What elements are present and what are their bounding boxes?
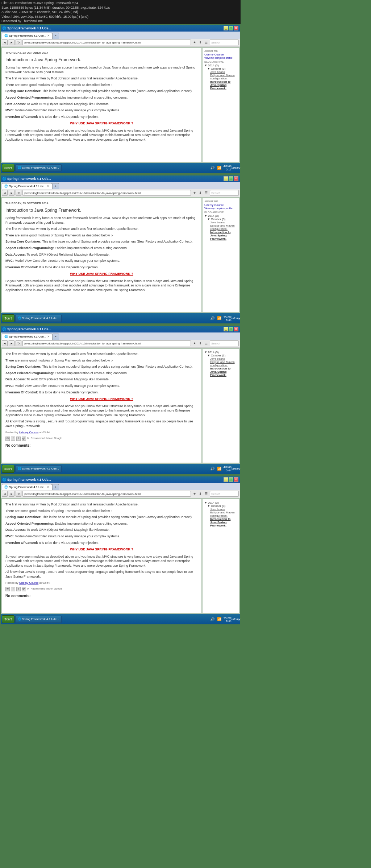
forward-btn-1[interactable]: ►: [9, 40, 14, 45]
new-tab-btn-4[interactable]: +: [52, 484, 59, 490]
sidebar-post-2-2[interactable]: Introduction to Java Spring Framework.: [204, 231, 237, 240]
url-bar-3[interactable]: javaspringframeworktutorial.blogspot.in/…: [22, 340, 191, 346]
taskbar-right-4: 🔊 📶 4/7/68 5:44 udemy: [209, 616, 239, 623]
back-btn-1[interactable]: ◄: [2, 40, 8, 45]
maximize-btn-3[interactable]: □: [229, 327, 233, 331]
start-btn-3[interactable]: Start: [2, 465, 14, 473]
back-btn-3[interactable]: ◄: [2, 340, 8, 346]
minimize-btn-2[interactable]: _: [224, 176, 228, 181]
tab-close-1[interactable]: ✕: [47, 34, 50, 37]
download-icon-2[interactable]: ⬇: [198, 190, 203, 195]
tab-close-3[interactable]: ✕: [47, 335, 50, 338]
back-btn-4[interactable]: ◄: [2, 491, 8, 497]
start-btn-2[interactable]: Start: [2, 314, 14, 322]
taskbar-app-btn-4[interactable]: 🌐 Spring Framework 4.1 Ude...: [15, 616, 62, 623]
mail-share-3[interactable]: ✉: [5, 437, 10, 441]
sidebar-post-3-0[interactable]: Java beans: [204, 357, 237, 360]
new-tab-btn-1[interactable]: +: [52, 33, 59, 39]
sidebar-post-4-0[interactable]: Java beans: [204, 508, 237, 511]
active-tab-2[interactable]: 🌐 Spring Framework 4.1 Ude... ✕: [2, 183, 52, 189]
author-link-4[interactable]: Udemy Course: [19, 581, 38, 584]
blog-container-4: The first version was written by Rod Joh…: [1, 498, 240, 614]
refresh-btn-2[interactable]: ↻: [16, 190, 21, 196]
forward-btn-2[interactable]: ►: [9, 190, 14, 196]
star-icon-1[interactable]: ★: [192, 40, 197, 45]
new-tab-btn-2[interactable]: +: [52, 183, 59, 189]
search-bar-3[interactable]: Search: [210, 340, 239, 346]
twitter-share-3[interactable]: t: [16, 437, 21, 441]
settings-icon-2[interactable]: ☰: [204, 190, 209, 195]
close-btn-4[interactable]: ✕: [234, 477, 238, 482]
search-bar-1[interactable]: Search: [210, 40, 239, 45]
twitter-share-4[interactable]: t: [16, 587, 21, 591]
tab-close-4[interactable]: ✕: [47, 485, 50, 489]
sidebar-post-1-1[interactable]: Eclipse and Maven configuration.: [204, 74, 237, 80]
sidebar-post-3-2[interactable]: Introduction to Java Spring Framework.: [204, 367, 237, 377]
taskbar-time-1: 4/7/68 5:17: [224, 165, 232, 171]
sidebar-udemy-link-1[interactable]: Udemy Course: [204, 53, 237, 56]
sidebar-post-1-2[interactable]: Introduction to Java Spring Framework.: [204, 80, 237, 90]
sidebar-profile-link-2[interactable]: View my complete profile: [204, 207, 237, 210]
taskbar-app-btn-3[interactable]: 🌐 Spring Framework 4.1 Ude...: [15, 465, 62, 472]
forward-btn-3[interactable]: ►: [9, 340, 14, 346]
window-title-3: Spring Framework 4.1 Ude...: [7, 327, 51, 331]
sidebar-post-2-1[interactable]: Eclipse and Maven configuration.: [204, 224, 237, 231]
blog-main-2: THURSDAY, 23 OCTOBER 2014 Introduction t…: [2, 198, 201, 312]
url-bar-1[interactable]: javaspringframeworktutorial.blogspot.in/…: [22, 40, 191, 45]
star-icon-3[interactable]: ★: [192, 341, 197, 346]
url-bar-2[interactable]: javaspringframeworktutorial.blogspot.in/…: [22, 190, 191, 196]
back-btn-2[interactable]: ◄: [2, 190, 8, 196]
settings-icon-1[interactable]: ☰: [204, 40, 209, 45]
maximize-btn-4[interactable]: □: [229, 477, 233, 482]
settings-icon-3[interactable]: ☰: [204, 341, 209, 346]
settings-icon-4[interactable]: ☰: [204, 491, 209, 496]
star-icon-2[interactable]: ★: [192, 190, 197, 195]
minimize-btn-3[interactable]: _: [224, 327, 228, 331]
sidebar-profile-link-1[interactable]: View my complete profile: [204, 57, 237, 59]
url-bar-4[interactable]: javaspringframeworktutorial.blogspot.in/…: [22, 491, 191, 497]
sidebar-about-label-1: ABOUT ME: [204, 50, 237, 52]
download-icon-4[interactable]: ⬇: [198, 491, 203, 496]
facebook-share-4[interactable]: f: [11, 587, 15, 591]
refresh-btn-1[interactable]: ↻: [16, 40, 21, 45]
search-bar-4[interactable]: Search: [210, 491, 239, 497]
tab-close-2[interactable]: ✕: [47, 185, 50, 188]
refresh-btn-3[interactable]: ↻: [16, 340, 21, 346]
gplus-share-4[interactable]: g+: [22, 587, 26, 591]
sidebar-post-1-0[interactable]: Java beans: [204, 70, 237, 74]
close-btn-1[interactable]: ✕: [234, 26, 238, 30]
refresh-btn-4[interactable]: ↻: [16, 491, 21, 497]
active-tab-1[interactable]: 🌐 Spring Framework 4.1 Ude... ✕: [2, 33, 52, 39]
download-icon-3[interactable]: ⬇: [198, 341, 203, 346]
gplus-share-3[interactable]: g+: [22, 437, 26, 441]
mail-share-4[interactable]: ✉: [5, 587, 10, 591]
sidebar-year-3: ▼ 2014 (3): [204, 351, 237, 354]
active-tab-4[interactable]: 🌐 Spring Framework 4.1 Ude... ✕: [2, 484, 52, 490]
download-icon-1[interactable]: ⬇: [198, 40, 203, 45]
new-tab-btn-3[interactable]: +: [52, 334, 59, 340]
close-btn-2[interactable]: ✕: [234, 176, 238, 181]
blog-para-4-9: All know that Java is strong , secure an…: [5, 570, 198, 579]
minimize-btn-1[interactable]: _: [224, 26, 228, 30]
sidebar-post-2-0[interactable]: Java beans: [204, 221, 237, 224]
taskbar-app-btn-1[interactable]: 🌐 Spring Framework 4.1 Ude...: [15, 164, 62, 171]
author-link-3[interactable]: Udemy Course: [19, 431, 38, 434]
maximize-btn-2[interactable]: □: [229, 176, 233, 181]
sidebar-post-4-1[interactable]: Eclipse and Maven configuration.: [204, 511, 237, 517]
sidebar-post-4-2[interactable]: Introduction to Java Spring Framework.: [204, 517, 237, 527]
start-btn-1[interactable]: Start: [2, 164, 14, 172]
sidebar-post-3-1[interactable]: Eclipse and Maven configuration.: [204, 360, 237, 367]
start-btn-4[interactable]: Start: [2, 615, 14, 623]
sidebar-udemy-link-2[interactable]: Udemy Course: [204, 203, 237, 207]
blog-para-1-5: Data Access: To work ORM (Object Relatio…: [5, 102, 198, 107]
close-btn-3[interactable]: ✕: [234, 327, 238, 331]
forward-btn-4[interactable]: ►: [9, 491, 14, 497]
search-bar-2[interactable]: Search: [210, 190, 239, 196]
active-tab-3[interactable]: 🌐 Spring Framework 4.1 Ude... ✕: [2, 334, 52, 340]
window-controls-2: _ □ ✕: [224, 176, 238, 181]
taskbar-app-btn-2[interactable]: 🌐 Spring Framework 4.1 Ude...: [15, 315, 62, 322]
minimize-btn-4[interactable]: _: [224, 477, 228, 482]
star-icon-4[interactable]: ★: [192, 491, 197, 496]
facebook-share-3[interactable]: f: [11, 437, 15, 441]
maximize-btn-1[interactable]: □: [229, 26, 233, 30]
